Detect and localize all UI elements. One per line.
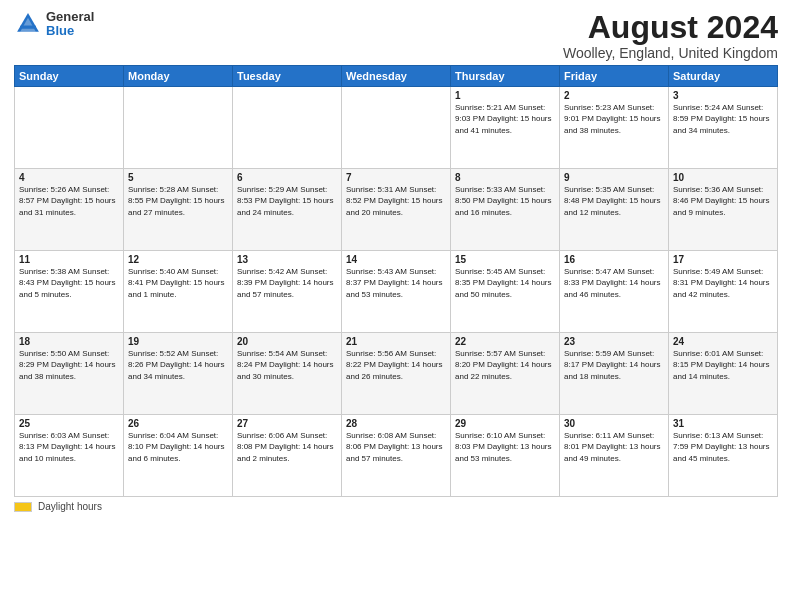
day-info: Sunrise: 5:54 AM Sunset: 8:24 PM Dayligh…: [237, 348, 337, 382]
day-info: Sunrise: 5:57 AM Sunset: 8:20 PM Dayligh…: [455, 348, 555, 382]
day-info: Sunrise: 5:38 AM Sunset: 8:43 PM Dayligh…: [19, 266, 119, 300]
day-number: 30: [564, 418, 664, 429]
day-info: Sunrise: 6:04 AM Sunset: 8:10 PM Dayligh…: [128, 430, 228, 464]
day-number: 22: [455, 336, 555, 347]
day-info: Sunrise: 5:23 AM Sunset: 9:01 PM Dayligh…: [564, 102, 664, 136]
calendar-cell: 15Sunrise: 5:45 AM Sunset: 8:35 PM Dayli…: [451, 251, 560, 333]
day-info: Sunrise: 6:03 AM Sunset: 8:13 PM Dayligh…: [19, 430, 119, 464]
day-header-saturday: Saturday: [669, 66, 778, 87]
day-number: 26: [128, 418, 228, 429]
calendar-cell: 8Sunrise: 5:33 AM Sunset: 8:50 PM Daylig…: [451, 169, 560, 251]
day-info: Sunrise: 6:11 AM Sunset: 8:01 PM Dayligh…: [564, 430, 664, 464]
day-info: Sunrise: 5:33 AM Sunset: 8:50 PM Dayligh…: [455, 184, 555, 218]
page: General Blue August 2024 Woolley, Englan…: [0, 0, 792, 612]
day-number: 8: [455, 172, 555, 183]
day-number: 13: [237, 254, 337, 265]
calendar-cell: 22Sunrise: 5:57 AM Sunset: 8:20 PM Dayli…: [451, 333, 560, 415]
calendar-cell: 23Sunrise: 5:59 AM Sunset: 8:17 PM Dayli…: [560, 333, 669, 415]
logo: General Blue: [14, 10, 94, 39]
calendar-cell: 10Sunrise: 5:36 AM Sunset: 8:46 PM Dayli…: [669, 169, 778, 251]
day-number: 23: [564, 336, 664, 347]
day-number: 21: [346, 336, 446, 347]
calendar-cell: 7Sunrise: 5:31 AM Sunset: 8:52 PM Daylig…: [342, 169, 451, 251]
calendar-cell: 13Sunrise: 5:42 AM Sunset: 8:39 PM Dayli…: [233, 251, 342, 333]
day-info: Sunrise: 5:59 AM Sunset: 8:17 PM Dayligh…: [564, 348, 664, 382]
top-section: General Blue August 2024 Woolley, Englan…: [14, 10, 778, 61]
daylight-label: Daylight hours: [38, 501, 102, 512]
calendar-cell: 18Sunrise: 5:50 AM Sunset: 8:29 PM Dayli…: [15, 333, 124, 415]
calendar-cell: 12Sunrise: 5:40 AM Sunset: 8:41 PM Dayli…: [124, 251, 233, 333]
calendar-cell: 17Sunrise: 5:49 AM Sunset: 8:31 PM Dayli…: [669, 251, 778, 333]
day-number: 9: [564, 172, 664, 183]
daylight-bar-icon: [14, 502, 32, 512]
day-info: Sunrise: 5:43 AM Sunset: 8:37 PM Dayligh…: [346, 266, 446, 300]
day-info: Sunrise: 5:35 AM Sunset: 8:48 PM Dayligh…: [564, 184, 664, 218]
day-number: 18: [19, 336, 119, 347]
calendar-cell: 6Sunrise: 5:29 AM Sunset: 8:53 PM Daylig…: [233, 169, 342, 251]
day-number: 5: [128, 172, 228, 183]
day-number: 6: [237, 172, 337, 183]
title-section: August 2024 Woolley, England, United Kin…: [563, 10, 778, 61]
calendar-cell: 16Sunrise: 5:47 AM Sunset: 8:33 PM Dayli…: [560, 251, 669, 333]
calendar-cell: 31Sunrise: 6:13 AM Sunset: 7:59 PM Dayli…: [669, 415, 778, 497]
calendar-cell: 3Sunrise: 5:24 AM Sunset: 8:59 PM Daylig…: [669, 87, 778, 169]
calendar-cell: 21Sunrise: 5:56 AM Sunset: 8:22 PM Dayli…: [342, 333, 451, 415]
day-info: Sunrise: 5:56 AM Sunset: 8:22 PM Dayligh…: [346, 348, 446, 382]
footer: Daylight hours: [14, 501, 778, 512]
day-info: Sunrise: 6:13 AM Sunset: 7:59 PM Dayligh…: [673, 430, 773, 464]
calendar-row-1: 4Sunrise: 5:26 AM Sunset: 8:57 PM Daylig…: [15, 169, 778, 251]
day-info: Sunrise: 5:26 AM Sunset: 8:57 PM Dayligh…: [19, 184, 119, 218]
logo-blue: Blue: [46, 24, 94, 38]
day-number: 14: [346, 254, 446, 265]
main-title: August 2024: [563, 10, 778, 45]
calendar-cell: 27Sunrise: 6:06 AM Sunset: 8:08 PM Dayli…: [233, 415, 342, 497]
logo-icon: [14, 10, 42, 38]
calendar-row-3: 18Sunrise: 5:50 AM Sunset: 8:29 PM Dayli…: [15, 333, 778, 415]
calendar-cell: 4Sunrise: 5:26 AM Sunset: 8:57 PM Daylig…: [15, 169, 124, 251]
calendar-cell: 14Sunrise: 5:43 AM Sunset: 8:37 PM Dayli…: [342, 251, 451, 333]
calendar-cell: 25Sunrise: 6:03 AM Sunset: 8:13 PM Dayli…: [15, 415, 124, 497]
day-number: 28: [346, 418, 446, 429]
day-number: 17: [673, 254, 773, 265]
day-info: Sunrise: 6:06 AM Sunset: 8:08 PM Dayligh…: [237, 430, 337, 464]
day-info: Sunrise: 5:21 AM Sunset: 9:03 PM Dayligh…: [455, 102, 555, 136]
day-number: 2: [564, 90, 664, 101]
day-number: 19: [128, 336, 228, 347]
day-number: 1: [455, 90, 555, 101]
day-number: 27: [237, 418, 337, 429]
calendar-row-0: 1Sunrise: 5:21 AM Sunset: 9:03 PM Daylig…: [15, 87, 778, 169]
day-number: 7: [346, 172, 446, 183]
day-header-friday: Friday: [560, 66, 669, 87]
day-number: 3: [673, 90, 773, 101]
day-number: 11: [19, 254, 119, 265]
calendar-cell: [15, 87, 124, 169]
day-number: 25: [19, 418, 119, 429]
calendar-cell: 28Sunrise: 6:08 AM Sunset: 8:06 PM Dayli…: [342, 415, 451, 497]
day-header-sunday: Sunday: [15, 66, 124, 87]
day-info: Sunrise: 5:52 AM Sunset: 8:26 PM Dayligh…: [128, 348, 228, 382]
calendar-cell: 26Sunrise: 6:04 AM Sunset: 8:10 PM Dayli…: [124, 415, 233, 497]
calendar-cell: 2Sunrise: 5:23 AM Sunset: 9:01 PM Daylig…: [560, 87, 669, 169]
calendar-cell: 30Sunrise: 6:11 AM Sunset: 8:01 PM Dayli…: [560, 415, 669, 497]
subtitle: Woolley, England, United Kingdom: [563, 45, 778, 61]
calendar-row-2: 11Sunrise: 5:38 AM Sunset: 8:43 PM Dayli…: [15, 251, 778, 333]
day-info: Sunrise: 5:24 AM Sunset: 8:59 PM Dayligh…: [673, 102, 773, 136]
calendar-cell: 24Sunrise: 6:01 AM Sunset: 8:15 PM Dayli…: [669, 333, 778, 415]
day-number: 20: [237, 336, 337, 347]
day-header-tuesday: Tuesday: [233, 66, 342, 87]
calendar-cell: 9Sunrise: 5:35 AM Sunset: 8:48 PM Daylig…: [560, 169, 669, 251]
day-number: 12: [128, 254, 228, 265]
day-header-monday: Monday: [124, 66, 233, 87]
day-info: Sunrise: 6:10 AM Sunset: 8:03 PM Dayligh…: [455, 430, 555, 464]
calendar-row-4: 25Sunrise: 6:03 AM Sunset: 8:13 PM Dayli…: [15, 415, 778, 497]
calendar-cell: 11Sunrise: 5:38 AM Sunset: 8:43 PM Dayli…: [15, 251, 124, 333]
calendar-table: SundayMondayTuesdayWednesdayThursdayFrid…: [14, 65, 778, 497]
calendar-cell: 19Sunrise: 5:52 AM Sunset: 8:26 PM Dayli…: [124, 333, 233, 415]
calendar-cell: [124, 87, 233, 169]
day-header-wednesday: Wednesday: [342, 66, 451, 87]
logo-general: General: [46, 10, 94, 24]
day-number: 29: [455, 418, 555, 429]
day-info: Sunrise: 5:40 AM Sunset: 8:41 PM Dayligh…: [128, 266, 228, 300]
day-info: Sunrise: 5:49 AM Sunset: 8:31 PM Dayligh…: [673, 266, 773, 300]
day-info: Sunrise: 5:29 AM Sunset: 8:53 PM Dayligh…: [237, 184, 337, 218]
